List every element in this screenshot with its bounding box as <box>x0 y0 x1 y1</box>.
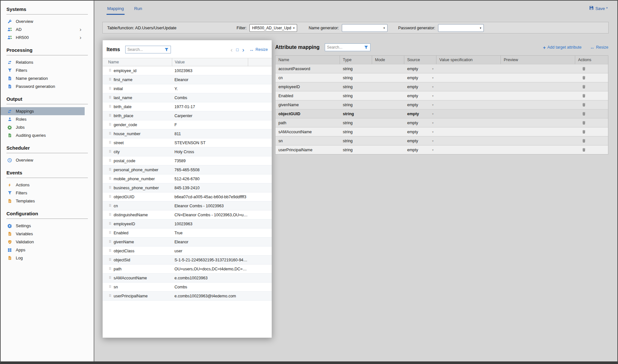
sidebar-item[interactable]: Relations › <box>1 58 85 66</box>
tab-mapping[interactable]: Mapping <box>107 5 125 15</box>
filter-select[interactable]: HR500_AD_User_Update ▾ <box>249 24 297 32</box>
drag-handle-icon[interactable]: ⠿ <box>103 249 114 253</box>
drag-handle-icon[interactable]: ⠿ <box>103 168 114 172</box>
trash-icon[interactable] <box>582 148 586 152</box>
sidebar-item[interactable]: Auditing queries › <box>1 131 85 139</box>
mapping-source-select[interactable]: empty ▾ <box>404 136 436 145</box>
drag-handle-icon[interactable]: ⠿ <box>103 96 114 99</box>
tab-run[interactable]: Run <box>134 5 143 15</box>
sidebar-item[interactable]: Jobs › <box>1 123 85 131</box>
items-resize-button[interactable]: ↔ Resize <box>249 47 268 52</box>
item-row[interactable]: ⠿ street STEVENSON ST <box>103 138 272 147</box>
item-row[interactable]: ⠿ postal_code 73589 <box>103 156 272 165</box>
drag-handle-icon[interactable]: ⠿ <box>103 267 114 271</box>
mapping-source-select[interactable]: empty ▾ <box>404 91 436 100</box>
item-row[interactable]: ⠿ last_name Combs <box>103 93 272 102</box>
sidebar-item[interactable]: Overview › <box>1 17 85 25</box>
item-row[interactable]: ⠿ birth_place Carpenter <box>103 111 272 120</box>
mapping-source-select[interactable]: empty ▾ <box>404 145 436 154</box>
sidebar-item[interactable]: HR500 › <box>1 33 85 42</box>
sidebar-item[interactable]: Mappings › <box>1 107 85 115</box>
item-row[interactable]: ⠿ objectGUID b6ea07cd-a005-45ac-b60d-bb7… <box>103 192 272 201</box>
sidebar-item[interactable]: Templates › <box>1 197 85 205</box>
mapping-source-select[interactable]: empty ▾ <box>404 109 436 118</box>
mapping-source-select[interactable]: empty ▾ <box>404 64 436 73</box>
sidebar-item[interactable]: Actions › <box>1 181 85 189</box>
item-row[interactable]: ⠿ cn Eleanor Combs - 10023963 <box>103 201 272 210</box>
mapping-source-select[interactable]: empty ▾ <box>404 82 436 91</box>
trash-icon[interactable] <box>582 139 586 143</box>
item-row[interactable]: ⠿ house_number 811 <box>103 129 272 138</box>
trash-icon[interactable] <box>582 130 586 134</box>
mapping-row[interactable]: givenName string empty ▾ <box>276 100 608 109</box>
mapping-resize-button[interactable]: ↔ Resize <box>590 45 608 50</box>
save-button[interactable]: Save * <box>589 6 608 11</box>
square-icon[interactable]: □ <box>236 48 239 52</box>
add-target-attribute-button[interactable]: + Add target attribute <box>543 45 582 50</box>
mapping-row[interactable]: accountPassword string empty ▾ <box>276 64 608 73</box>
mapping-row[interactable]: employeeID string empty ▾ <box>276 82 608 91</box>
sidebar-item[interactable]: Log › <box>1 254 85 262</box>
items-search-input[interactable] <box>126 47 163 52</box>
sidebar-item[interactable]: Overview › <box>1 156 85 164</box>
drag-handle-icon[interactable]: ⠿ <box>103 258 114 262</box>
drag-handle-icon[interactable]: ⠿ <box>103 177 114 181</box>
item-row[interactable]: ⠿ Enabled True <box>103 229 272 238</box>
drag-handle-icon[interactable]: ⠿ <box>103 150 114 154</box>
funnel-icon[interactable] <box>362 44 370 51</box>
chevron-right-icon[interactable]: › <box>242 47 244 53</box>
drag-handle-icon[interactable]: ⠿ <box>103 195 114 199</box>
sidebar-item[interactable]: AD › <box>1 25 85 33</box>
item-row[interactable]: ⠿ objectSid S-1-5-21-2245632195-31372191… <box>103 256 272 265</box>
trash-icon[interactable] <box>582 103 586 107</box>
drag-handle-icon[interactable]: ⠿ <box>103 69 114 72</box>
sidebar-item[interactable]: Settings › <box>1 222 85 230</box>
mapping-source-select[interactable]: empty ▾ <box>404 118 436 127</box>
drag-handle-icon[interactable]: ⠿ <box>103 222 114 226</box>
mapping-row[interactable]: userPrincipalName string empty ▾ <box>276 145 608 154</box>
item-row[interactable]: ⠿ sAMAccountName e.combs10023963 <box>103 274 272 283</box>
item-row[interactable]: ⠿ givenName Eleanor <box>103 238 272 247</box>
drag-handle-icon[interactable]: ⠿ <box>103 87 114 90</box>
trash-icon[interactable] <box>582 67 586 71</box>
mapping-row[interactable]: path string empty ▾ <box>276 118 608 127</box>
item-row[interactable]: ⠿ first_name Eleanor <box>103 75 272 84</box>
mapping-source-select[interactable]: empty ▾ <box>404 127 436 136</box>
sidebar-item[interactable]: Filters › <box>1 189 85 197</box>
trash-icon[interactable] <box>582 121 586 125</box>
item-row[interactable]: ⠿ business_phone_number 845-139-2410 <box>103 183 272 192</box>
sidebar-item[interactable]: Validation › <box>1 238 85 246</box>
mapping-row[interactable]: Enabled string empty ▾ <box>276 91 608 100</box>
drag-handle-icon[interactable]: ⠿ <box>103 78 114 81</box>
trash-icon[interactable] <box>582 76 586 80</box>
mapping-row[interactable]: objectGUID string empty ▾ <box>276 109 608 118</box>
mapping-search-input[interactable] <box>325 45 362 50</box>
item-row[interactable]: ⠿ path OU=users,OU=docs,DC=t4demo,DC=c..… <box>103 265 272 274</box>
trash-icon[interactable] <box>582 85 586 89</box>
sidebar-item[interactable]: Name generation › <box>1 74 85 82</box>
item-row[interactable]: ⠿ gender_code F <box>103 120 272 129</box>
drag-handle-icon[interactable]: ⠿ <box>103 204 114 208</box>
drag-handle-icon[interactable]: ⠿ <box>103 123 114 126</box>
mapping-row[interactable]: sAMAccountName string empty ▾ <box>276 127 608 136</box>
drag-handle-icon[interactable]: ⠿ <box>103 294 114 298</box>
mapping-row[interactable]: cn string empty ▾ <box>276 73 608 82</box>
drag-handle-icon[interactable]: ⠿ <box>103 285 114 289</box>
item-row[interactable]: ⠿ employeeID 10023963 <box>103 219 272 229</box>
drag-handle-icon[interactable]: ⠿ <box>103 159 114 163</box>
item-row[interactable]: ⠿ employee_id 10023963 <box>103 66 272 75</box>
item-row[interactable]: ⠿ mobile_phone_number 512-426-6780 <box>103 174 272 183</box>
name-generator-select[interactable]: ▾ <box>342 24 388 32</box>
item-row[interactable]: ⠿ sn Combs <box>103 283 272 292</box>
drag-handle-icon[interactable]: ⠿ <box>103 186 114 190</box>
item-row[interactable]: ⠿ birth_date 1977-01-17 <box>103 102 272 111</box>
drag-handle-icon[interactable]: ⠿ <box>103 276 114 280</box>
sidebar-item[interactable]: Password generation › <box>1 82 85 90</box>
sidebar-item[interactable]: Roles › <box>1 115 85 123</box>
item-row[interactable]: ⠿ objectClass user <box>103 247 272 256</box>
trash-icon[interactable] <box>582 94 586 98</box>
mapping-source-select[interactable]: empty ▾ <box>404 73 436 82</box>
drag-handle-icon[interactable]: ⠿ <box>103 114 114 117</box>
item-row[interactable]: ⠿ personal_phone_number 765-465-5508 <box>103 165 272 174</box>
mapping-source-select[interactable]: empty ▾ <box>404 100 436 109</box>
